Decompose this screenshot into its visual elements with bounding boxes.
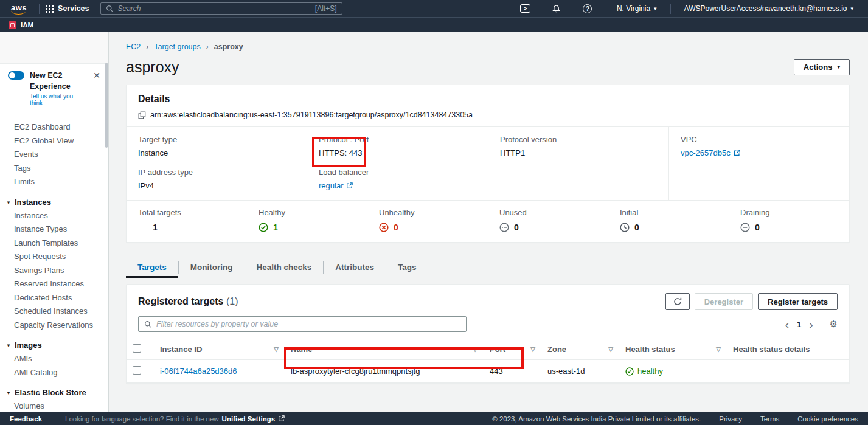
notifications-button[interactable] [547,4,566,13]
services-label: Services [58,4,89,13]
check-circle-icon [259,223,268,232]
tab-tags[interactable]: Tags [386,257,428,278]
sidebar-item-scheduled-instances[interactable]: Scheduled Instances [0,305,108,319]
sidebar-section-instances[interactable]: ▼Instances [0,195,108,209]
register-targets-button[interactable]: Register targets [758,293,838,310]
sidebar-item-dedicated-hosts[interactable]: Dedicated Hosts [0,291,108,305]
services-menu-button[interactable]: Services [46,4,89,13]
target-type-value: Instance [138,148,296,157]
feedback-link[interactable]: Feedback [10,415,42,423]
column-header-instance-id: Instance ID [160,345,202,354]
sidebar-item-ec2-dashboard[interactable]: EC2 Dashboard [0,120,108,134]
help-button[interactable]: ? [578,4,597,13]
row-checkbox[interactable] [133,366,141,375]
copy-icon[interactable] [138,111,146,119]
refresh-icon [673,297,682,306]
tab-health-checks[interactable]: Health checks [245,257,324,278]
load-balancer-link[interactable]: regular [319,181,353,190]
cookie-preferences-link[interactable]: Cookie preferences [797,415,858,423]
external-link-icon [734,150,740,156]
target-name-cell: lb-asproxytyler-cfcg8jru1tmmqpntsjtg [285,360,484,383]
total-targets-label: Total targets [138,208,247,217]
filter-input-wrapper[interactable] [138,316,467,332]
caret-down-icon: ▼ [6,343,11,348]
deregister-button[interactable]: Deregister [695,293,753,310]
close-icon[interactable]: ✕ [91,69,102,81]
unified-settings-link[interactable]: Unified Settings [222,415,276,423]
gear-icon[interactable]: ⚙ [830,319,838,330]
breadcrumb-target-groups[interactable]: Target groups [154,43,200,51]
sidebar-nav: EC2 Dashboard EC2 Global View Events Tag… [0,112,108,425]
healthy-value: 1 [273,223,278,232]
total-targets-value: 1 [138,223,247,232]
aws-logo[interactable]: aws [11,3,27,12]
experience-toggle[interactable] [8,71,24,80]
terms-link[interactable]: Terms [760,415,779,423]
breadcrumb-ec2[interactable]: EC2 [126,43,141,51]
account-menu[interactable]: AWSPowerUserAccess/navaneeth.kn@harness.… [677,4,861,13]
sidebar-item-tags[interactable]: Tags [0,162,108,176]
caret-down-icon: ▼ [6,390,11,396]
tab-attributes[interactable]: Attributes [324,257,386,278]
divider [603,4,603,14]
ellipsis-circle-icon [499,223,509,232]
sidebar-item-ami-catalog[interactable]: AMI Catalog [0,366,108,380]
chevron-left-icon[interactable]: ‹ [780,319,794,330]
sidebar-item-ec2-global-view[interactable]: EC2 Global View [0,134,108,148]
breadcrumb-current: asproxy [214,43,243,51]
divider [39,4,40,14]
sidebar-item-savings-plans[interactable]: Savings Plans [0,264,108,278]
target-health-summary: Total targets 1 Healthy 1 [127,200,849,242]
sidebar-item-instance-types[interactable]: Instance Types [0,223,108,237]
copyright-text: © 2023, Amazon Web Services India Privat… [492,415,701,423]
search-input[interactable] [118,4,311,13]
sidebar-item-capacity-reservations[interactable]: Capacity Reservations [0,319,108,333]
sort-icon[interactable]: ▽ [608,346,613,353]
registered-targets-table: Instance ID ▽ Name ▽ Port ▽ [127,339,849,383]
column-header-health-status: Health status [625,345,675,354]
region-selector[interactable]: N. Virginia ▾ [609,4,664,13]
sort-icon[interactable]: ▽ [716,346,721,353]
actions-button[interactable]: Actions ▾ [794,59,850,75]
sidebar-item-launch-templates[interactable]: Launch Templates [0,237,108,251]
sidebar-item-limits[interactable]: Limits [0,175,108,189]
draining-value: 0 [755,223,760,232]
sidebar-item-amis[interactable]: AMIs [0,352,108,366]
sidebar-item-reserved-instances[interactable]: Reserved Instances [0,277,108,291]
privacy-link[interactable]: Privacy [719,415,742,423]
iam-service-icon [9,21,16,29]
sidebar-item-instances[interactable]: Instances [0,209,108,223]
caret-down-icon: ▾ [837,64,840,70]
bell-icon [552,4,561,13]
registered-targets-count: (1) [226,296,238,306]
sort-icon[interactable]: ▽ [274,346,279,353]
refresh-button[interactable] [665,293,690,310]
favorite-iam-link[interactable]: IAM [9,21,33,29]
sidebar-item-volumes[interactable]: Volumes [0,399,108,413]
global-search[interactable]: [Alt+S] [100,2,342,15]
language-selection-note: Looking for language selection? Find it … [65,415,285,423]
target-type-label: Target type [138,135,296,144]
sidebar-section-elastic-block-store[interactable]: ▼Elastic Block Store [0,385,108,399]
experience-feedback-link[interactable]: Tell us what you think [30,93,86,106]
chevron-right-icon[interactable]: › [804,319,818,330]
instance-id-link[interactable]: i-06f1744a6a25d36d6 [160,367,237,376]
tab-targets[interactable]: Targets [126,257,178,278]
select-all-checkbox[interactable] [133,344,141,353]
column-header-name: Name [291,345,312,354]
vpc-link[interactable]: vpc-2657db5c [681,148,740,157]
cloudshell-button[interactable]: > [516,4,535,13]
divider [541,4,541,14]
target-port-cell: 443 [484,360,541,383]
external-link-icon [346,182,353,189]
sidebar-item-spot-requests[interactable]: Spot Requests [0,250,108,264]
sort-icon[interactable]: ▽ [473,346,477,353]
sidebar-item-events[interactable]: Events [0,148,108,162]
filter-input[interactable] [156,320,460,328]
tab-monitoring[interactable]: Monitoring [179,257,245,278]
sort-icon[interactable]: ▽ [530,346,535,353]
sidebar-section-images[interactable]: ▼Images [0,338,108,352]
caret-down-icon: ▾ [850,6,853,12]
registered-targets-heading: Registered targets (1) [138,296,238,307]
page-number[interactable]: 1 [794,320,804,329]
